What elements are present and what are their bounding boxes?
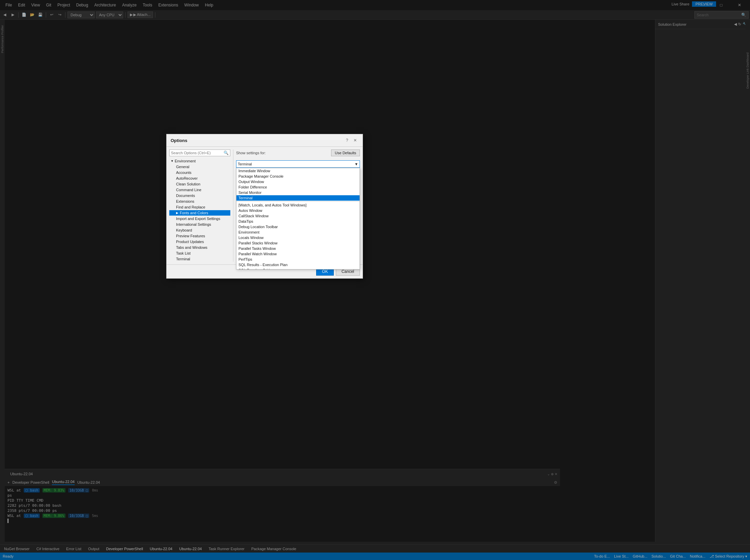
dropdown-item-debug-toolbar[interactable]: Debug Location Toolbar	[236, 224, 360, 229]
tree-fonts-colors[interactable]: ▶ Fonts and Colors	[169, 210, 230, 216]
settings-dropdown-list[interactable]: Immediate Window Package Manager Console…	[236, 168, 360, 269]
tree-environment[interactable]: ▼ Environment	[169, 158, 230, 164]
tree-command-line-label: Command Line	[176, 188, 201, 192]
tree-find-replace[interactable]: Find and Replace	[169, 204, 230, 210]
tree-keyboard[interactable]: Keyboard	[169, 227, 230, 233]
tree-tabs-windows[interactable]: Tabs and Windows	[169, 245, 230, 250]
dropdown-item-immediate[interactable]: Immediate Window	[236, 168, 360, 174]
tree-import-export-label: Import and Export Settings	[176, 217, 220, 221]
use-defaults-button[interactable]: Use Defaults	[331, 149, 360, 156]
dialog-title-bar: Options ? ✕	[167, 134, 363, 147]
tree-extensions[interactable]: Extensions	[169, 199, 230, 204]
tree-accounts-label: Accounts	[176, 171, 191, 175]
tree-documents[interactable]: Documents	[169, 193, 230, 198]
tree-keyboard-label: Keyboard	[176, 228, 192, 232]
dialog-tree-panel: 🔍 ▼ Environment General Accounts Au	[169, 149, 230, 262]
dialog-title-buttons: ? ✕	[344, 137, 359, 144]
tree-preview-features[interactable]: Preview Features	[169, 233, 230, 239]
tree-find-replace-label: Find and Replace	[176, 205, 205, 209]
dropdown-item-datatips[interactable]: DataTips	[236, 219, 360, 224]
tree-international-label: International Settings	[176, 222, 211, 226]
tree-clean-solution[interactable]: Clean Solution	[169, 181, 230, 187]
settings-dropdown-container: Terminal ▼ Immediate Window Package Mana…	[236, 160, 360, 207]
tree-command-line[interactable]: Command Line	[169, 187, 230, 193]
tree-product-updates[interactable]: Product Updates	[169, 239, 230, 244]
settings-for-dropdown[interactable]: Terminal ▼	[236, 160, 360, 168]
dropdown-item-output[interactable]: Output Window	[236, 179, 360, 184]
dropdown-item-locals[interactable]: Locals Window	[236, 235, 360, 240]
tree-autorecover-label: AutoRecover	[176, 176, 198, 180]
tree-environment-label: Environment	[175, 159, 196, 163]
dialog-search-input[interactable]	[171, 151, 224, 155]
dialog-title: Options	[171, 138, 187, 143]
tree-tabs-windows-label: Tabs and Windows	[176, 245, 207, 249]
tree-fonts-colors-label: Fonts and Colors	[180, 211, 208, 215]
dropdown-divider-1	[236, 201, 360, 202]
tree-import-export[interactable]: Import and Export Settings	[169, 216, 230, 221]
tree-general[interactable]: General	[169, 164, 230, 169]
settings-for-row: Show settings for: Use Defaults	[236, 149, 360, 156]
dialog-close-button[interactable]: ✕	[352, 137, 359, 144]
submenu-arrow: ▶	[176, 211, 178, 215]
options-dialog: Options ? ✕ 🔍 ▼ Environment	[166, 134, 363, 279]
tree-terminal[interactable]: Terminal	[169, 256, 230, 262]
dialog-help-button[interactable]: ?	[344, 137, 350, 144]
dropdown-item-autos[interactable]: Autos Window	[236, 208, 360, 213]
tree-terminal-label: Terminal	[176, 257, 190, 261]
expand-arrow: ▼	[171, 159, 175, 163]
dropdown-item-environment[interactable]: Environment	[236, 229, 360, 235]
dropdown-item-perftips[interactable]: PerfTips	[236, 257, 360, 262]
dropdown-item-package[interactable]: Package Manager Console	[236, 174, 360, 179]
dialog-search-box[interactable]: 🔍	[169, 149, 230, 156]
dropdown-item-parallel-watch[interactable]: Parallel Watch Window	[236, 251, 360, 257]
dropdown-item-serial[interactable]: Serial Monitor	[236, 190, 360, 195]
dropdown-item-sql-grid[interactable]: SQL Results - Grid	[236, 267, 360, 269]
tree-task-list-label: Task List	[176, 251, 191, 255]
tree-autorecover[interactable]: AutoRecover	[169, 176, 230, 181]
dialog-settings-panel: Show settings for: Use Defaults Terminal…	[233, 149, 360, 262]
tree-preview-features-label: Preview Features	[176, 234, 205, 238]
tree-accounts[interactable]: Accounts	[169, 170, 230, 175]
tree-general-label: General	[176, 165, 189, 169]
tree-documents-label: Documents	[176, 194, 195, 198]
tree-international[interactable]: International Settings	[169, 222, 230, 227]
dropdown-chevron-icon: ▼	[354, 162, 358, 166]
dialog-body: 🔍 ▼ Environment General Accounts Au	[167, 147, 363, 264]
dropdown-item-parallel-tasks[interactable]: Parallel Tasks Window	[236, 246, 360, 251]
dropdown-item-folder-diff[interactable]: Folder Difference	[236, 184, 360, 190]
settings-for-label: Show settings for:	[236, 151, 266, 155]
options-tree: ▼ Environment General Accounts AutoRecov…	[169, 158, 230, 262]
dropdown-item-parallel-stacks[interactable]: Parallel Stacks Window	[236, 240, 360, 246]
dropdown-item-callstack[interactable]: CallStack Window	[236, 213, 360, 219]
tree-product-updates-label: Product Updates	[176, 240, 204, 244]
dialog-overlay: Options ? ✕ 🔍 ▼ Environment	[0, 0, 750, 560]
tree-extensions-label: Extensions	[176, 199, 194, 203]
dropdown-selected-value: Terminal	[238, 162, 252, 166]
dropdown-item-watch-locals[interactable]: [Watch, Locals, and Autos Tool Windows]	[236, 202, 360, 208]
tree-clean-solution-label: Clean Solution	[176, 182, 200, 186]
dropdown-item-sql-exec[interactable]: SQL Results - Execution Plan	[236, 262, 360, 267]
dialog-search-icon: 🔍	[224, 151, 229, 155]
tree-task-list[interactable]: Task List	[169, 251, 230, 256]
dropdown-item-terminal[interactable]: Terminal	[236, 195, 360, 201]
